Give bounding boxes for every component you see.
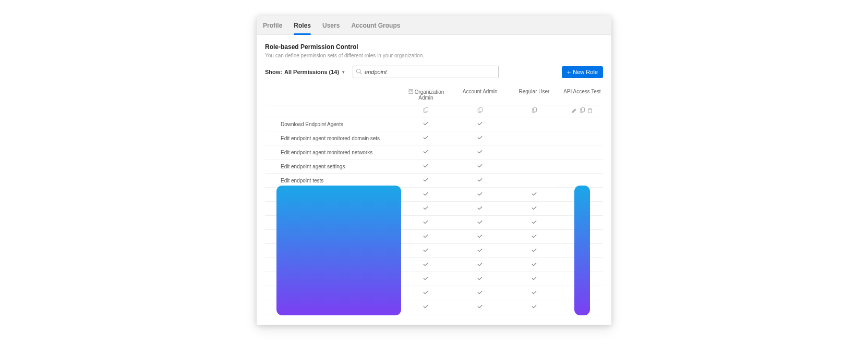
table-row: View endpoint data that identifies visit… xyxy=(265,286,603,300)
permission-cell xyxy=(399,216,453,230)
building-icon xyxy=(408,89,414,94)
check-icon xyxy=(579,191,585,197)
permission-cell xyxy=(453,286,507,300)
permission-name: Edit endpoint tests xyxy=(265,174,399,188)
edit-icon[interactable] xyxy=(571,107,577,114)
table-row: View endpoint agent monitored domain set… xyxy=(265,202,603,216)
permission-cell xyxy=(453,272,507,286)
search-input[interactable] xyxy=(353,66,499,78)
table-row: View endpoint data that identifies users xyxy=(265,272,603,286)
toolbar: Show: All Permissions (14) ▼ + New Role xyxy=(265,66,603,78)
tab-profile[interactable]: Profile xyxy=(263,16,282,34)
permission-cell xyxy=(507,244,561,258)
permission-name: View endpoint data that identifies users xyxy=(265,272,399,286)
table-row: View endpoint tests xyxy=(265,300,603,314)
permission-cell xyxy=(561,145,603,159)
permission-cell xyxy=(453,244,507,258)
column-header: OrganizationAdmin xyxy=(399,85,453,105)
svg-rect-4 xyxy=(411,90,412,91)
content-area: Role-based Permission Control You can de… xyxy=(257,35,611,325)
svg-rect-2 xyxy=(409,89,413,93)
show-filter[interactable]: Show: All Permissions (14) ▼ xyxy=(265,69,345,75)
permission-cell xyxy=(507,258,561,272)
check-icon xyxy=(477,163,483,169)
permission-cell xyxy=(561,159,603,174)
table-row: View endpoint agent data xyxy=(265,188,603,202)
permission-cell xyxy=(561,202,603,216)
permission-cell xyxy=(453,188,507,202)
new-role-label: New Role xyxy=(573,69,598,75)
search-box xyxy=(353,66,499,78)
permission-cell xyxy=(453,145,507,159)
copy-icon[interactable] xyxy=(477,107,483,114)
copy-icon[interactable] xyxy=(531,107,537,114)
permission-cell xyxy=(399,300,453,314)
page-subtitle: You can define permission sets of differ… xyxy=(265,53,603,58)
tab-account-groups[interactable]: Account Groups xyxy=(351,16,400,34)
check-icon xyxy=(423,191,429,197)
permission-cell xyxy=(507,230,561,244)
column-actions xyxy=(453,105,507,117)
check-icon xyxy=(423,219,429,225)
check-icon xyxy=(531,219,537,225)
delete-icon[interactable] xyxy=(587,107,593,114)
svg-rect-5 xyxy=(409,92,410,92)
permission-cell xyxy=(399,258,453,272)
permission-cell xyxy=(453,300,507,314)
table-row: Edit endpoint tests xyxy=(265,174,603,188)
check-icon xyxy=(477,233,483,239)
check-icon xyxy=(477,303,483,310)
permission-cell xyxy=(399,230,453,244)
permission-cell xyxy=(453,258,507,272)
permission-name: Edit endpoint agent settings xyxy=(265,159,399,174)
copy-icon[interactable] xyxy=(579,107,585,114)
check-icon xyxy=(579,205,585,211)
permissions-table-wrap: OrganizationAdminAccount AdminRegular Us… xyxy=(265,85,603,314)
permission-cell xyxy=(399,272,453,286)
svg-rect-3 xyxy=(409,90,410,91)
check-icon xyxy=(579,247,585,253)
column-actions xyxy=(561,105,603,117)
table-row: View endpoint agent monitored networks xyxy=(265,216,603,230)
show-filter-value: All Permissions (14) xyxy=(284,69,339,75)
check-icon xyxy=(579,303,585,310)
tab-users[interactable]: Users xyxy=(322,16,340,34)
permission-cell xyxy=(507,202,561,216)
table-row: View endpoint agent settings xyxy=(265,230,603,244)
plus-icon: + xyxy=(567,69,571,76)
permission-cell xyxy=(399,202,453,216)
check-icon xyxy=(477,261,483,267)
check-icon xyxy=(423,149,429,155)
column-header: API Access Test xyxy=(561,85,603,105)
tab-bar: ProfileRolesUsersAccount Groups xyxy=(257,16,611,35)
caret-down-icon: ▼ xyxy=(341,70,345,75)
permission-cell xyxy=(561,286,603,300)
svg-rect-14 xyxy=(581,108,584,112)
check-icon xyxy=(477,247,483,253)
check-icon xyxy=(423,275,429,281)
check-icon xyxy=(579,275,585,281)
permission-cell xyxy=(453,131,507,145)
permission-cell xyxy=(453,117,507,131)
column-actions xyxy=(399,105,453,117)
check-icon xyxy=(423,205,429,211)
check-icon xyxy=(423,163,429,169)
new-role-button[interactable]: + New Role xyxy=(562,66,603,78)
check-icon xyxy=(477,191,483,197)
check-icon xyxy=(531,233,537,239)
permission-cell xyxy=(399,117,453,131)
check-icon xyxy=(531,289,537,296)
permission-name: Edit endpoint agent monitored networks xyxy=(265,145,399,159)
search-icon xyxy=(356,68,362,75)
check-icon xyxy=(423,120,429,127)
table-row: Edit endpoint agent monitored networks xyxy=(265,145,603,159)
tab-roles[interactable]: Roles xyxy=(294,16,311,34)
copy-icon[interactable] xyxy=(423,107,429,114)
check-icon xyxy=(477,275,483,281)
permission-cell xyxy=(561,174,603,188)
permission-cell xyxy=(561,272,603,286)
check-icon xyxy=(477,120,483,127)
check-icon xyxy=(477,205,483,211)
check-icon xyxy=(531,261,537,267)
permission-cell xyxy=(561,131,603,145)
